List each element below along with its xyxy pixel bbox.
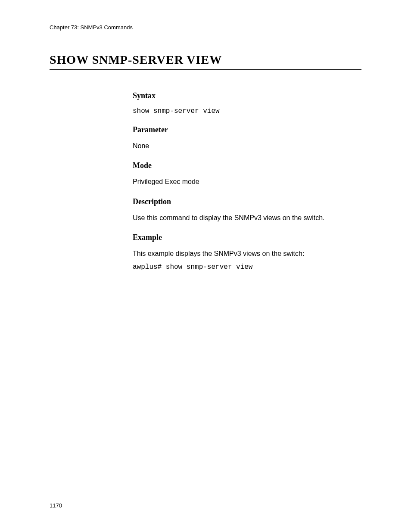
parameter-heading: Parameter [133,125,361,134]
content-body: Syntax show snmp-server view Parameter N… [50,91,361,271]
page-title: SHOW SNMP-SERVER VIEW [50,53,361,70]
mode-body: Privileged Exec mode [133,177,361,187]
parameter-body: None [133,141,361,151]
document-page: Chapter 73: SNMPv3 Commands SHOW SNMP-SE… [0,0,411,271]
mode-heading: Mode [133,161,361,170]
syntax-code: show snmp-server view [133,107,361,115]
syntax-heading: Syntax [133,91,361,100]
example-heading: Example [133,233,361,242]
page-number: 1170 [50,502,62,509]
example-code: awplus# show snmp-server view [133,263,361,271]
description-heading: Description [133,197,361,206]
chapter-header: Chapter 73: SNMPv3 Commands [50,24,361,31]
example-body: This example displays the SNMPv3 views o… [133,249,361,258]
description-body: Use this command to display the SNMPv3 v… [133,213,361,223]
